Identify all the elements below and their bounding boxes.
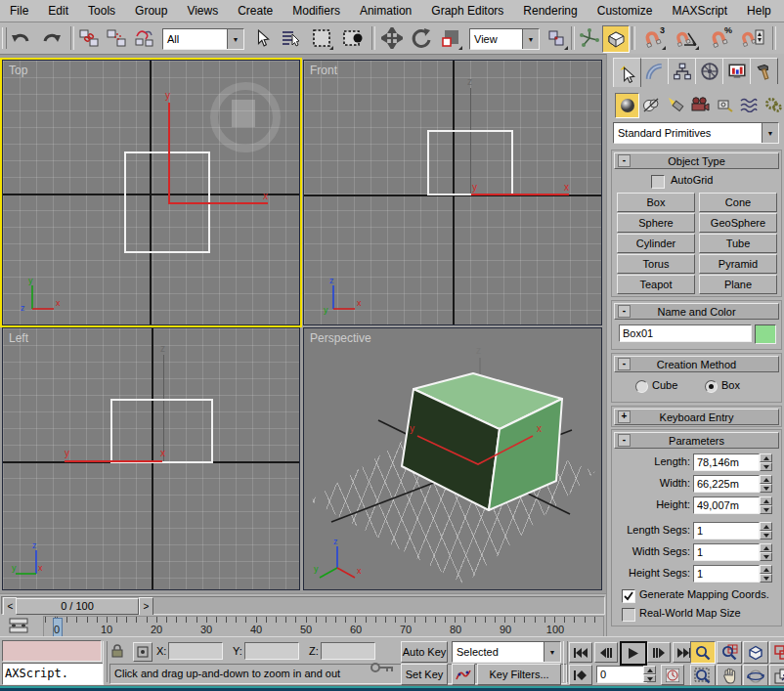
set-key-button[interactable]: Set Key [401,664,448,685]
menu-animation[interactable]: Animation [350,1,421,21]
rectangular-selection-region-button[interactable] [309,25,334,51]
viewport-label[interactable]: Left [9,331,28,345]
tab-display[interactable] [722,58,751,84]
viewport-left[interactable]: Left z y x z y x [2,327,300,590]
zoom-extents-all-button[interactable] [769,641,784,664]
next-frame-playback-button[interactable] [647,642,671,663]
viewport-front[interactable]: Front z y x z y x [303,60,602,325]
collapse-toggle[interactable]: - [618,358,631,370]
z-coord-field[interactable] [321,642,375,660]
toolbar-drag-handle[interactable] [2,27,7,49]
category-shapes[interactable] [639,93,662,116]
zoom-button[interactable] [690,641,716,664]
length-segs-spinner[interactable] [760,522,772,540]
key-mode-combo[interactable]: Selected ▼ [452,641,561,663]
unlink-selection-button[interactable] [104,25,129,51]
zoom-region-button[interactable] [690,665,716,687]
category-geometry[interactable] [615,93,639,118]
menu-help[interactable]: Help [737,1,781,21]
category-systems[interactable] [762,93,784,116]
arc-rotate-button[interactable] [743,665,768,687]
button-plane[interactable]: Plane [699,275,777,294]
generate-mapping-coords-label[interactable]: Generate Mapping Coords. [639,588,769,600]
menu-maxscript[interactable]: MAXScript [662,1,737,21]
menu-modifiers[interactable]: Modifiers [283,1,350,21]
menu-file[interactable]: File [0,1,38,21]
pan-button[interactable] [717,665,742,687]
select-and-manipulate-button[interactable] [577,25,602,51]
button-tube[interactable]: Tube [699,234,777,253]
radio-cube[interactable] [635,380,648,393]
button-torus[interactable]: Torus [617,254,695,274]
min-max-toggle-button[interactable] [769,665,784,687]
length-field[interactable] [693,453,760,471]
menu-tools[interactable]: Tools [78,1,125,21]
chevron-down-icon[interactable]: ▼ [522,29,539,49]
box-wireframe[interactable] [427,130,513,195]
radio-box[interactable] [705,380,718,393]
rollout-header-name-and-color[interactable]: - Name and Color [614,303,779,320]
tab-hierarchy[interactable] [668,58,696,84]
button-sphere[interactable]: Sphere [617,213,695,233]
zoom-extents-button[interactable] [743,641,768,664]
length-segs-field[interactable] [693,522,760,540]
category-space-warps[interactable] [737,93,760,116]
frame-spinner[interactable] [643,666,656,682]
set-keys-button[interactable] [370,659,395,678]
button-teapot[interactable]: Teapot [617,275,695,294]
y-coord-field[interactable] [244,642,299,660]
viewport-label[interactable]: Front [310,64,337,77]
collapse-toggle[interactable]: - [618,434,631,447]
viewport-perspective[interactable]: Perspective z y x z y [303,327,602,590]
height-field[interactable] [693,497,760,514]
select-by-name-button[interactable] [278,25,303,51]
rollout-header-creation-method[interactable]: - Creation Method [614,356,779,372]
category-lights[interactable] [664,93,686,116]
percent-snap-toggle-button[interactable]: % [704,25,733,51]
angle-snap-toggle-button[interactable] [671,25,700,51]
radio-box-label[interactable]: Box [721,379,740,391]
macro-recorder-box[interactable] [2,640,102,662]
select-object-button[interactable] [250,25,276,51]
menu-graph-editors[interactable]: Graph Editors [421,1,513,21]
reference-coordinate-system-combo[interactable]: View ▼ [469,28,540,50]
menu-group[interactable]: Group [125,1,177,21]
viewport-label[interactable]: Perspective [310,331,371,345]
category-helpers[interactable] [713,93,735,116]
height-spinner[interactable] [760,497,772,514]
open-mini-curve-editor-button[interactable] [8,618,33,633]
time-slider-handle[interactable]: 0 / 100 [16,598,139,615]
object-color-swatch[interactable] [755,324,776,344]
width-segs-field[interactable] [693,543,760,561]
viewport-label[interactable]: Top [9,64,27,77]
x-coord-field[interactable] [168,642,223,660]
select-and-move-button[interactable] [379,25,405,51]
auto-key-button[interactable]: Auto Key [401,641,448,663]
chevron-down-icon[interactable]: ▼ [544,642,560,662]
next-frame-button[interactable]: > [139,597,153,616]
menu-edit[interactable]: Edit [38,1,78,21]
zoom-all-button[interactable] [717,641,742,664]
undo-button[interactable] [8,25,33,51]
real-world-map-size-checkbox[interactable] [622,608,635,622]
current-frame-field[interactable] [596,666,647,683]
button-box[interactable]: Box [617,193,695,212]
absolute-mode-transform-toggle[interactable] [133,642,152,662]
width-field[interactable] [693,475,760,493]
time-slider-track[interactable]: < 0 / 100 > [1,596,605,615]
tab-modify[interactable] [640,58,669,84]
redo-button[interactable] [39,25,65,51]
use-pivot-point-center-button[interactable] [544,25,569,51]
selection-filter-combo[interactable]: All ▼ [162,28,244,50]
play-animation-button[interactable] [620,641,647,666]
height-segs-spinner[interactable] [760,565,772,583]
box-object[interactable] [402,373,562,510]
radio-cube-label[interactable]: Cube [652,379,677,391]
selection-lock-toggle[interactable] [109,643,125,661]
rollout-header-keyboard-entry[interactable]: + Keyboard Entry [614,409,779,425]
window-crossing-toggle-button[interactable] [340,25,366,51]
tab-utilities[interactable] [750,58,778,84]
key-mode-toggle-button[interactable] [569,665,592,685]
go-to-start-button[interactable] [569,642,592,663]
select-and-rotate-button[interactable] [409,25,434,51]
